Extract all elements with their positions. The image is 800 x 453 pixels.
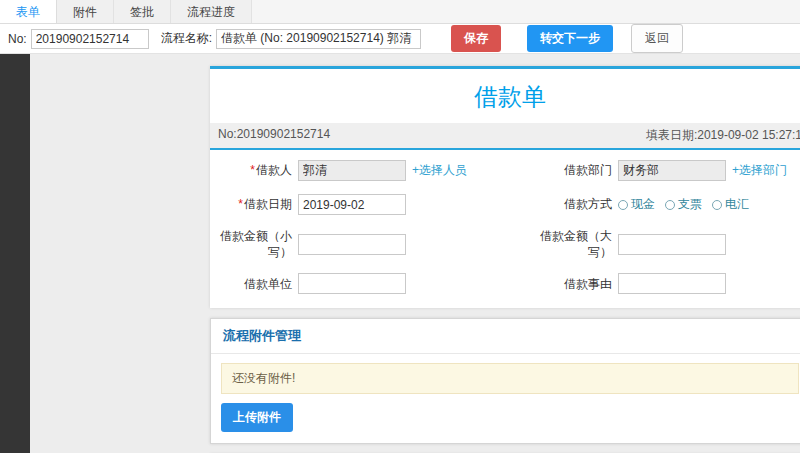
tab-process-progress[interactable]: 流程进度	[171, 0, 252, 23]
borrow-unit-label: 借款单位	[216, 276, 298, 292]
content-area: 借款单 No:20190902152714 填表日期:2019-09-02 15…	[0, 54, 800, 453]
borrow-method-radios: 现金 支票 电汇	[618, 196, 800, 213]
required-mark: *	[250, 163, 255, 177]
back-button[interactable]: 返回	[631, 24, 683, 53]
loan-form-grid: *借款人 +选择人员 借款部门 +选择部门 *借款日期	[210, 150, 800, 308]
borrow-date-input[interactable]	[298, 194, 406, 215]
save-button[interactable]: 保存	[451, 25, 501, 52]
attachment-panel: 流程附件管理 还没有附件! 上传附件	[210, 318, 800, 444]
amount-lowercase-label: 借款金额（小写）	[216, 228, 298, 260]
app-window: 表单 附件 签批 流程进度 No: 流程名称: 保存 转交下一步 返回 借款单 …	[0, 0, 800, 453]
radio-check[interactable]: 支票	[665, 196, 702, 213]
attachment-section-title: 流程附件管理	[211, 319, 800, 354]
process-name-label: 流程名称:	[161, 30, 212, 47]
amount-lowercase-input[interactable]	[298, 234, 406, 255]
borrow-method-label: 借款方式	[526, 196, 618, 212]
select-department-link[interactable]: +选择部门	[732, 162, 787, 179]
action-toolbar: No: 流程名称: 保存 转交下一步 返回	[0, 24, 800, 54]
tab-form[interactable]: 表单	[0, 0, 57, 23]
form-no-text: No:20190902152714	[218, 127, 330, 144]
borrow-date-label: *借款日期	[216, 196, 298, 212]
loan-form-panel: 借款单 No:20190902152714 填表日期:2019-09-02 15…	[210, 66, 800, 308]
radio-icon	[665, 200, 675, 210]
no-label: No:	[8, 32, 27, 46]
radio-icon	[712, 200, 722, 210]
radio-icon	[618, 200, 628, 210]
page-title: 借款单	[210, 69, 800, 123]
borrow-unit-input[interactable]	[298, 273, 406, 294]
department-input[interactable]	[618, 160, 726, 181]
upload-attachment-button[interactable]: 上传附件	[221, 403, 293, 432]
amount-uppercase-input[interactable]	[618, 234, 726, 255]
form-meta-bar: No:20190902152714 填表日期:2019-09-02 15:27:…	[210, 123, 800, 150]
tab-attachment[interactable]: 附件	[57, 0, 114, 23]
left-sidebar	[0, 54, 30, 453]
select-person-link[interactable]: +选择人员	[412, 162, 467, 179]
radio-cash[interactable]: 现金	[618, 196, 655, 213]
department-label: 借款部门	[526, 162, 618, 178]
process-name-input[interactable]	[216, 29, 421, 49]
borrow-reason-input[interactable]	[618, 273, 726, 294]
amount-uppercase-label: 借款金额（大写）	[526, 228, 618, 260]
form-column: 借款单 No:20190902152714 填表日期:2019-09-02 15…	[210, 66, 800, 453]
tab-approval[interactable]: 签批	[114, 0, 171, 23]
radio-wire-transfer[interactable]: 电汇	[712, 196, 749, 213]
borrower-input[interactable]	[298, 160, 406, 181]
no-attachment-alert: 还没有附件!	[221, 363, 799, 394]
form-date-text: 填表日期:2019-09-02 15:27:1	[646, 127, 800, 144]
forward-next-step-button[interactable]: 转交下一步	[527, 25, 613, 52]
borrower-label: *借款人	[216, 162, 298, 178]
required-mark: *	[238, 197, 243, 211]
borrow-reason-label: 借款事由	[526, 276, 618, 292]
tab-bar: 表单 附件 签批 流程进度	[0, 0, 800, 24]
no-input[interactable]	[31, 29, 149, 49]
